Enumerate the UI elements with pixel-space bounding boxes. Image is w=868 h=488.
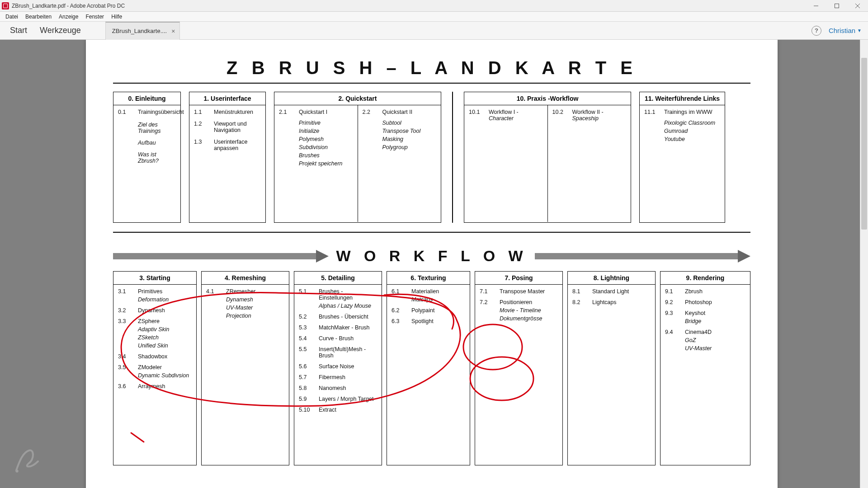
list-item: Positionieren [500,299,558,305]
divider [113,232,750,233]
list-num: 5.10 [299,407,314,413]
list-num: 5.5 [299,346,314,359]
box-head: 11. Weiterführende Links [640,92,725,105]
list-item: Insert(Multi)Mesh - Brush [319,346,377,359]
window-minimize-button[interactable] [806,0,826,12]
toolbar-tabrow: Start Werkzeuge ZBrush_Landkarte.... × ?… [0,22,868,40]
list-item: Zbrush [685,288,745,295]
list-item: Keyshot [685,310,745,316]
sub-item: Matcaps [411,296,465,303]
box-0-einleitung: 0. Einleitung 0.1Trainingsübersicht Ziel… [113,92,181,223]
help-icon[interactable]: ? [811,26,821,36]
sub-item: Adaptiv Skin [138,326,192,333]
box-2-quickstart: 2. Quickstart 2.1Quickstart I Primitive … [274,92,441,223]
sub-item: Projekt speichern [299,160,353,167]
box-11-links: 11. Weiterführende Links 11.1Trainings i… [639,92,725,223]
list-num: 3.4 [118,353,133,360]
sub-item: Youtube [664,136,720,142]
sub-item: ZSketch [138,334,192,341]
list-num: 3.2 [118,307,133,314]
list-num: 11.1 [644,109,660,115]
svg-point-6 [15,469,18,472]
list-num: 2.1 [279,109,294,115]
vertical-scrollbar[interactable] [860,40,868,488]
menu-fenster[interactable]: Fenster [82,13,108,21]
sub-item: Primitive [299,120,353,126]
box-6-texturing: 6. Texturing6.1MaterialienMatcaps6.2Poly… [387,271,470,465]
box-4-remeshing: 4. Remeshing4.1ZRemesherDynameshUV-Maste… [201,271,289,465]
menu-datei[interactable]: Datei [2,13,22,21]
list-num: 5.1 [299,288,314,301]
sub-item: Projection [226,313,284,319]
list-num: 5.9 [299,396,314,402]
sub-item: Was ist Zbrush? [138,151,176,164]
list-item: Userinterface anpassen [214,139,261,151]
box-head: 7. Posing [475,272,562,285]
menu-bar: Datei Bearbeiten Anzeige Fenster Hilfe [0,12,868,22]
list-item: Primitives [138,288,192,295]
list-item: Lightcaps [592,299,651,305]
sub-item: Subtool [382,120,437,126]
list-num: 1.1 [194,109,209,115]
list-item: Materialien [411,288,465,295]
menu-anzeige[interactable]: Anzeige [55,13,82,21]
sub-item: Deformation [138,296,192,303]
workflow-arrow-left [113,251,329,261]
workflow-arrow-right [535,251,750,261]
sub-item: Masking [382,136,437,142]
list-num: 3.3 [118,318,133,324]
pdf-page: Z B R U S H – L A N D K A R T E 0. Einle… [86,40,778,488]
list-item: Extract [319,407,377,413]
list-item: Dynamesh [138,307,192,314]
sub-item: Movie - Timeline [500,307,558,314]
list-item: Workflow I - Character [489,109,543,122]
box-head: 0. Einleitung [113,92,180,105]
list-item: Polypaint [411,307,465,314]
sub-item: Polygroup [382,144,437,150]
sub-item: Pixologic Classroom [664,120,720,126]
tools-tab[interactable]: Werkzeuge [33,22,87,39]
menu-bearbeiten[interactable]: Bearbeiten [22,13,55,21]
sub-item: Gumroad [664,128,720,134]
list-num: 5.7 [299,374,314,380]
window-maximize-button[interactable] [826,0,847,12]
sub-item: Subdivision [299,144,353,150]
list-item: Trainings im WWW [664,109,720,115]
window-close-button[interactable] [847,0,868,12]
list-item: Spotlight [411,318,465,324]
document-tab-label: ZBrush_Landkarte.... [112,28,167,34]
window-title: ZBrush_Landkarte.pdf - Adobe Acrobat Pro… [12,3,125,9]
document-tab[interactable]: ZBrush_Landkarte.... × [105,22,180,40]
close-tab-icon[interactable]: × [171,28,175,35]
scrollbar-thumb[interactable] [861,58,867,230]
box-head: 8. Lightning [568,272,655,285]
sub-item: Brushes [299,152,353,159]
list-item: Arraymesh [138,383,192,389]
sub-item: Polymesh [299,136,353,142]
list-num: 9.2 [665,299,680,305]
list-num: 5.4 [299,335,314,342]
menu-hilfe[interactable]: Hilfe [108,13,126,21]
sub-item: Ziel des Trainings [138,122,176,134]
list-item: Quickstart I [299,109,353,115]
sub-item: UV-Master [685,345,745,352]
list-num: 1.2 [194,121,209,133]
sub-item: Bridge [685,318,745,324]
list-item: Photoshop [685,299,745,305]
list-item: Cinema4D [685,329,745,335]
user-menu[interactable]: Christian ▼ [829,27,862,34]
list-num: 8.2 [572,299,588,305]
box-head: 3. Starting [113,272,196,285]
list-item: Curve - Brush [319,335,377,342]
list-num: 2.2 [363,109,378,115]
box-head: 10. Praxis -Workflow [464,92,631,105]
sub-item: Aufbau [138,140,176,146]
list-item: Quickstart II [382,109,437,115]
start-tab[interactable]: Start [4,22,33,39]
box-head: 1. Userinterface [189,92,265,105]
sub-item: Transpose Tool [382,128,437,134]
workflow-title: W O R K F L O W [336,247,527,265]
box-1-userinterface: 1. Userinterface 1.1Menüstrukturen 1.2Vi… [189,92,266,223]
app-icon [2,2,9,9]
list-item: MatchMaker - Brush [319,324,377,331]
